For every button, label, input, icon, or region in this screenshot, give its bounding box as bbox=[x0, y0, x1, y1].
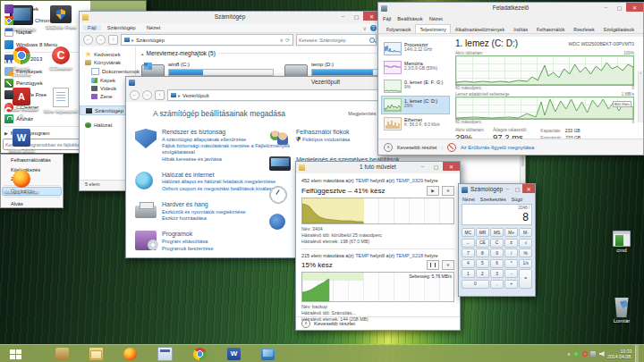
key-ce[interactable]: CE bbox=[476, 239, 489, 248]
user-accounts-icon[interactable] bbox=[269, 129, 291, 148]
key-c[interactable]: C bbox=[490, 239, 504, 248]
sidebar-item-disk1[interactable]: 1. lemez (C: D:)29% bbox=[381, 96, 450, 114]
fewer-details-button[interactable]: Kevesebb részlet bbox=[314, 321, 355, 326]
tab-startup[interactable]: Indítás bbox=[509, 24, 532, 33]
category-link[interactable]: Eszközök és nyomtatók megtekintése bbox=[162, 209, 246, 215]
tab-processes[interactable]: Folyamatok bbox=[382, 24, 415, 33]
fewer-details-button[interactable]: Kevesebb részlet bbox=[397, 145, 436, 150]
up-button[interactable]: ↑ bbox=[155, 90, 165, 100]
key-mminus[interactable]: M- bbox=[519, 228, 532, 237]
key-5[interactable]: 5 bbox=[476, 259, 489, 268]
calculator-window[interactable]: Számológép – ▢ ✕ Nézet Szerkesztés Súgó … bbox=[458, 183, 536, 297]
ribbon-expand-icon[interactable]: ∨ bbox=[363, 25, 367, 31]
category-link[interactable]: Eszköz hozzáadása bbox=[162, 215, 246, 221]
forward-button[interactable]: → bbox=[96, 35, 106, 45]
category-title[interactable]: Hálózat és internet bbox=[162, 172, 284, 178]
key-1[interactable]: 1 bbox=[462, 269, 475, 278]
ease-of-access-icon[interactable] bbox=[269, 214, 285, 230]
key-9[interactable]: 9 bbox=[490, 248, 504, 257]
taskbar-word-button[interactable] bbox=[227, 348, 241, 360]
key-8[interactable]: 8 bbox=[476, 248, 489, 257]
close-button[interactable]: ✕ bbox=[522, 184, 535, 193]
search-box[interactable] bbox=[296, 34, 377, 46]
key-backspace[interactable]: ← bbox=[462, 239, 475, 248]
tab-details[interactable]: Részletek bbox=[569, 24, 598, 33]
maximize-button[interactable]: ▢ bbox=[613, 3, 626, 12]
tab-users[interactable]: Felhasználók bbox=[532, 24, 569, 33]
task-manager-titlebar[interactable]: Feladatkezelő – ▢ ✕ bbox=[378, 3, 643, 14]
calculator-titlebar[interactable]: Számológép – ▢ ✕ bbox=[459, 184, 535, 196]
cancel-copy-button[interactable]: ✕ bbox=[442, 186, 454, 196]
category-link[interactable]: Fióktípus módosítása bbox=[296, 137, 350, 142]
minimize-button[interactable]: – bbox=[336, 12, 350, 21]
sidebar-item-disk0[interactable]: 0. lemez (E: F: G:)9% bbox=[381, 77, 450, 96]
pause-button[interactable] bbox=[427, 260, 439, 270]
show-desktop-button[interactable] bbox=[635, 345, 639, 362]
menu-view[interactable]: Nézet bbox=[462, 197, 475, 202]
search-input[interactable] bbox=[297, 38, 369, 43]
category-title[interactable]: Felhasználói fiókok bbox=[296, 129, 350, 135]
sidebar-item-memory[interactable]: Memória2,3/3,9 GB (59%) bbox=[381, 58, 450, 77]
cancel-copy-button[interactable]: ✕ bbox=[442, 260, 454, 270]
breadcrumb[interactable]: ▸ Számítógép ∨ ⟳ bbox=[121, 34, 293, 46]
clock-icon[interactable] bbox=[269, 186, 287, 204]
key-2[interactable]: 2 bbox=[476, 269, 489, 278]
start-button[interactable] bbox=[0, 345, 30, 362]
minimize-button[interactable]: – bbox=[503, 184, 513, 193]
sidebar-item-documents[interactable]: Dokumentumok bbox=[80, 66, 135, 76]
tab-services[interactable]: Szolgáltatások bbox=[599, 24, 639, 33]
printer-icon[interactable] bbox=[135, 206, 157, 218]
menu-edit[interactable]: Szerkesztés bbox=[480, 197, 506, 202]
sidebar-item-ethernet[interactable]: EthernetK: 56,0 F: 8,0 Kb/s bbox=[381, 114, 450, 133]
key-minus[interactable]: - bbox=[504, 269, 518, 278]
menu-help[interactable]: Súgó bbox=[512, 197, 522, 202]
minimize-button[interactable]: – bbox=[599, 3, 613, 12]
task-manager-window[interactable]: Feladatkezelő – ▢ ✕ Fájl Beállítások Néz… bbox=[377, 2, 644, 156]
category-title[interactable]: Programok bbox=[162, 231, 214, 237]
resource-monitor-link[interactable]: Az Erőforrás-figyelő megnyitása bbox=[461, 145, 534, 150]
desktop-icon-firefox[interactable]: Mozilla Firefox bbox=[4, 170, 39, 195]
key-decimal[interactable]: , bbox=[490, 280, 504, 289]
menu-file[interactable]: Fájl bbox=[383, 16, 391, 21]
tray-expand-icon[interactable]: ∧ bbox=[567, 351, 571, 357]
tab-view[interactable]: Nézet bbox=[142, 25, 165, 30]
desktop-icon-document[interactable]: Mire fejlesszél bbox=[43, 88, 79, 114]
minimize-button[interactable]: – bbox=[416, 162, 429, 171]
category-link[interactable]: Programok beszerzése bbox=[162, 246, 214, 251]
key-4[interactable]: 4 bbox=[462, 259, 475, 268]
taskbar-launcher-button[interactable] bbox=[55, 348, 69, 360]
key-6[interactable]: 6 bbox=[490, 259, 504, 268]
desktop-icon-ccleaner[interactable]: CCleaner bbox=[43, 46, 79, 72]
menu-item-switch-user[interactable]: Felhasználóváltás bbox=[2, 156, 62, 165]
tab-performance[interactable]: Teljesítmény bbox=[415, 24, 450, 33]
key-mr[interactable]: MR bbox=[476, 228, 489, 237]
category-title[interactable]: Hardver és hang bbox=[162, 201, 246, 207]
desktop-icon-recycle-bin[interactable]: Lomtár bbox=[606, 298, 637, 324]
up-button[interactable]: ↑ bbox=[108, 35, 118, 45]
menu-options[interactable]: Beállítások bbox=[397, 16, 422, 21]
category-link[interactable]: Otthoni csoport és megosztási beállításo… bbox=[162, 186, 284, 191]
copy-dialog-titlebar[interactable]: 1 futó művelet – ▢ ✕ bbox=[296, 162, 460, 173]
key-sqrt[interactable]: √ bbox=[519, 239, 532, 248]
desktop-icon-ssdlife[interactable]: SSDlife Free bbox=[43, 5, 79, 30]
tab-file[interactable]: Fájl bbox=[83, 25, 101, 30]
taskbar-explorer-button[interactable] bbox=[89, 348, 103, 360]
security-shield-icon[interactable] bbox=[135, 129, 157, 148]
menu-item-hibernate[interactable]: Hibernálás bbox=[2, 208, 62, 218]
taskbar-calculator-button[interactable] bbox=[157, 347, 173, 361]
refresh-icon[interactable]: ⟳ bbox=[285, 37, 290, 43]
menu-view[interactable]: Nézet bbox=[429, 16, 443, 21]
back-button[interactable]: ← bbox=[83, 35, 93, 45]
taskbar-chrome-button[interactable] bbox=[193, 348, 207, 360]
key-negate[interactable]: ± bbox=[504, 239, 518, 248]
menu-item-sleep[interactable]: Alvás bbox=[2, 198, 62, 208]
dropdown-icon[interactable]: ∨ bbox=[280, 37, 284, 43]
group-header[interactable]: ▴ Merevlemez-meghajtók (5) bbox=[141, 50, 417, 56]
scrollbar[interactable]: ˄ bbox=[638, 71, 643, 122]
maximize-button[interactable]: ▢ bbox=[513, 184, 522, 193]
help-icon[interactable]: ? bbox=[370, 25, 377, 31]
taskbar-clock[interactable]: 10:33 2014.04.08. bbox=[607, 349, 631, 360]
key-mc[interactable]: MC bbox=[462, 228, 475, 237]
key-7[interactable]: 7 bbox=[462, 248, 475, 257]
collapse-icon[interactable]: ▴ bbox=[141, 51, 144, 56]
